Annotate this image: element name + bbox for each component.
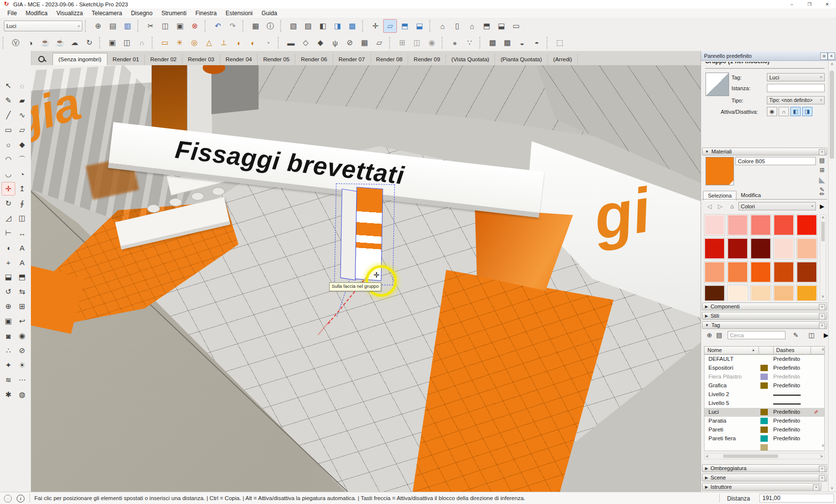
- altro-tool[interactable]: ⋯: [15, 373, 29, 387]
- tag-color-chip[interactable]: [760, 427, 768, 433]
- seleziona-tool[interactable]: ↖: [1, 79, 15, 93]
- tag-search-input[interactable]: Cerca: [728, 331, 785, 339]
- menu-finestra[interactable]: Finestra: [191, 9, 221, 17]
- 3d-viewport[interactable]: gia gi Fissaggi brevettati ✛ Sulla facc: [31, 65, 701, 492]
- tag-toolbar-combo[interactable]: Luci ˅: [4, 21, 82, 31]
- assi-strumento-tool[interactable]: +: [1, 255, 15, 269]
- section-header-istruttore[interactable]: ▶ Istruttore ×: [702, 483, 821, 491]
- vista-iso-icon[interactable]: ⌂: [436, 19, 449, 33]
- menu-modifica[interactable]: Modifica: [21, 9, 52, 17]
- linea-tool[interactable]: ╱: [1, 108, 15, 122]
- vray-cubo-uv-2-icon[interactable]: ▩: [500, 36, 514, 50]
- piano-di-sezione-icon[interactable]: ▱: [383, 19, 397, 33]
- stile-ombreggiato-icon[interactable]: ◧: [316, 19, 330, 33]
- salva-icon[interactable]: ▥: [121, 19, 134, 33]
- vray-decalcomania-icon[interactable]: ▱: [372, 36, 386, 50]
- ombre-proiettate-icon[interactable]: ◨: [802, 107, 812, 116]
- distanza-input[interactable]: 191,00: [759, 494, 834, 503]
- scene-tab--vista-quotata-[interactable]: (Vista Quotata): [446, 54, 495, 65]
- metro-a-nastro-tool[interactable]: ⊢: [1, 226, 15, 240]
- scroll-right-icon[interactable]: >: [820, 454, 823, 459]
- istanza-input[interactable]: [767, 84, 825, 92]
- info-icon[interactable]: i: [17, 495, 25, 503]
- rettangolo-ruotato-tool[interactable]: ▱: [15, 123, 29, 137]
- color-swatch-5[interactable]: [704, 238, 725, 259]
- scene-tab--arredi-[interactable]: (Arredi): [548, 54, 578, 65]
- swatch-scrollbar[interactable]: [820, 214, 826, 301]
- tag-color-chip[interactable]: [760, 382, 768, 389]
- sblocca-icon[interactable]: ∩: [779, 107, 789, 116]
- orbita-tool[interactable]: ↺: [1, 285, 15, 299]
- tag-table-header[interactable]: Nome ▲ Dashes: [704, 346, 825, 354]
- ripristina-icon[interactable]: ↷: [226, 19, 239, 33]
- scroll-thumb[interactable]: [830, 71, 834, 159]
- vista-casa-icon[interactable]: ⌂: [465, 19, 479, 33]
- impostazioni-tool[interactable]: ✱: [1, 388, 15, 402]
- vray-render-interattivo-icon[interactable]: ☕: [53, 36, 67, 50]
- vray-raggruppa-icon[interactable]: ◫: [410, 36, 424, 50]
- vray-pelliccia-icon[interactable]: ψ: [328, 36, 342, 50]
- color-swatch-15[interactable]: [704, 285, 725, 301]
- vray-utilita-tool[interactable]: ✦: [1, 358, 15, 372]
- ombre-ricevute-icon[interactable]: ◧: [790, 107, 801, 116]
- tag-color-chip[interactable]: [760, 374, 768, 380]
- aggiungi-cartella-tag-icon[interactable]: ▤: [715, 330, 724, 339]
- menu-disegno[interactable]: Disegno: [127, 9, 157, 17]
- vray-visibilita-icon[interactable]: ◉: [425, 36, 439, 50]
- vray-piano-infinito-icon[interactable]: ▬: [284, 36, 298, 50]
- vray-luce-mesh-icon[interactable]: ◐: [246, 36, 260, 50]
- spingi-tira-tool[interactable]: ↥: [15, 182, 29, 196]
- tag-row[interactable]: [705, 443, 824, 451]
- collection-combo[interactable]: Colori˅: [738, 202, 816, 210]
- material-name-input[interactable]: Colore B05: [735, 157, 816, 165]
- scene-tab-render-03[interactable]: Render 03: [183, 54, 220, 65]
- home-icon[interactable]: ⌂: [728, 202, 736, 211]
- matita-tag-icon[interactable]: ✎: [791, 330, 800, 339]
- section-header-tag[interactable]: ▼ Tag ×: [702, 321, 827, 329]
- scene-tab-render-09[interactable]: Render 09: [408, 54, 446, 65]
- color-swatch-9[interactable]: [796, 238, 817, 259]
- back-arrow-icon[interactable]: ◁: [705, 202, 714, 211]
- vray-griglia-icon[interactable]: ⊞: [395, 36, 409, 50]
- close-section-icon[interactable]: ×: [819, 466, 825, 472]
- panoramica-tool[interactable]: ⇆: [15, 285, 29, 299]
- apri-icon[interactable]: ▤: [106, 19, 120, 33]
- arco-tool[interactable]: ◠: [1, 152, 15, 166]
- vray-luce-sfera-icon[interactable]: ◎: [187, 36, 201, 50]
- vray-logo-icon[interactable]: Ⓥ: [9, 36, 23, 50]
- vista-edificio-icon[interactable]: ▯: [450, 19, 464, 33]
- tipo-combo[interactable]: Tipo: <non definito>˅: [767, 96, 825, 104]
- sezione-tagli-tool[interactable]: ⬒: [15, 270, 29, 284]
- nebbia-tool[interactable]: ≋: [1, 373, 15, 387]
- scene-tab--senza-ingombri-[interactable]: (Senza ingombri): [52, 53, 107, 65]
- color-swatch-11[interactable]: [727, 261, 748, 283]
- maximize-button[interactable]: ❐: [801, 0, 818, 8]
- tag-row[interactable]: EspositoriPredefinito: [705, 364, 824, 373]
- menu-strumenti[interactable]: Strumenti: [157, 9, 191, 17]
- seguimi-tool[interactable]: ∮: [15, 197, 29, 210]
- vray-sfera-checker-icon[interactable]: ◒: [515, 36, 529, 50]
- tray-close-icon[interactable]: ✕: [828, 52, 835, 60]
- menu-estensioni[interactable]: Estensioni: [221, 9, 257, 17]
- tag-row[interactable]: Fiera PilastroPredefinito: [705, 373, 824, 381]
- taglia-icon[interactable]: ✂: [144, 19, 157, 33]
- annulla-icon[interactable]: ↶: [211, 19, 225, 33]
- tag-color-chip[interactable]: [760, 418, 768, 424]
- finestra-di-zoom-tool[interactable]: ⊞: [15, 300, 29, 313]
- arco-3-punti-tool[interactable]: ◡: [1, 167, 15, 181]
- stampa-icon[interactable]: ▦: [249, 19, 262, 33]
- vray-luce-spot-icon[interactable]: △: [202, 36, 216, 50]
- scroll-up-icon[interactable]: ˄: [820, 215, 826, 220]
- vray-render-icon[interactable]: ☕: [38, 36, 52, 50]
- color-swatch-8[interactable]: [773, 238, 794, 259]
- stile-monocromatico-icon[interactable]: ▩: [345, 19, 359, 33]
- vray-clipper-icon[interactable]: ⊘: [343, 36, 357, 50]
- vray-luce-ies-icon[interactable]: ⊥: [217, 36, 231, 50]
- scene-tab-render-04[interactable]: Render 04: [220, 54, 258, 65]
- menu-visualizza[interactable]: Visualizza: [52, 9, 87, 17]
- forward-arrow-icon[interactable]: ▷: [716, 202, 725, 211]
- extra-tool[interactable]: ◍: [15, 388, 29, 402]
- scroll-down-icon[interactable]: ˅: [820, 294, 826, 299]
- copia-icon[interactable]: ◫: [158, 19, 172, 33]
- testo-tool[interactable]: A: [15, 241, 29, 254]
